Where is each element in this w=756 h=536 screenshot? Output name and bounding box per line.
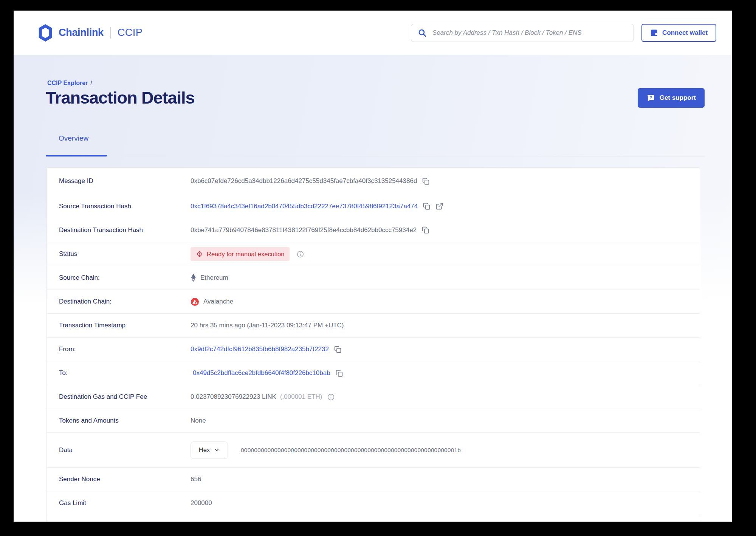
source-tx-hash-link[interactable]: 0xc1f69378a4c343ef16ad2b0470455db3cd2222…: [191, 203, 418, 210]
table-row-tokens: Tokens and Amounts None: [47, 409, 700, 432]
table-row-dest-chain: Destination Chain: Avalanche: [47, 290, 700, 313]
table-row-to: To: 0x49d5c2bdffac6ce2bfdb6640f4f80f226b…: [47, 361, 700, 385]
row-label: From:: [59, 345, 191, 353]
tab-overview[interactable]: Overview: [59, 134, 88, 143]
from-address-link[interactable]: 0x9df2c742dfcf9612b835fb6b8f982a235b7f22…: [191, 345, 329, 353]
row-label: Destination Gas and CCIP Fee: [59, 393, 191, 401]
destination-chain: Avalanche: [191, 297, 233, 306]
message-id-value: 0xb6c07efde726cd5a34dbb1226a6d4275c55d34…: [191, 177, 417, 185]
search-icon: [418, 28, 427, 37]
breadcrumb: CCIP Explorer/: [47, 80, 92, 87]
get-support-button[interactable]: ? Get support: [638, 88, 705, 108]
row-label: Message ID: [59, 177, 191, 185]
app-header: Chainlink CCIP Connect wallet: [14, 11, 732, 55]
row-label: To:: [59, 369, 191, 377]
chainlink-logo-icon: [38, 24, 53, 42]
fee-value: 0.023708923076922923 LINK: [191, 393, 276, 401]
info-icon[interactable]: [327, 393, 335, 401]
question-bubble-icon: ?: [646, 94, 655, 102]
row-label: Destination Transaction Hash: [59, 226, 191, 234]
table-row-data: Data Hex 0000000000000000000000000000000…: [47, 432, 700, 467]
info-icon[interactable]: [297, 251, 304, 258]
copy-icon[interactable]: [334, 345, 342, 353]
table-row-timestamp: Transaction Timestamp 20 hrs 35 mins ago…: [47, 313, 700, 337]
data-hex-value: 0000000000000000000000000000000000000000…: [241, 447, 461, 454]
row-label: Data: [59, 446, 191, 454]
main-content: CCIP Explorer/ Transaction Details ? Get…: [14, 55, 732, 522]
page-title: Transaction Details: [46, 88, 195, 108]
copy-icon[interactable]: [421, 226, 429, 234]
table-row-status: Status Ready for manual execution: [47, 242, 700, 266]
source-chain: Ethereum: [191, 273, 228, 282]
to-address-link[interactable]: 0x49d5c2bdffac6ce2bfdb6640f4f80f226bc10b…: [193, 369, 330, 377]
source-chain-name: Ethereum: [200, 274, 228, 282]
copy-icon[interactable]: [422, 177, 430, 185]
connect-wallet-button[interactable]: Connect wallet: [641, 24, 716, 42]
sender-nonce-value: 656: [191, 476, 201, 483]
table-row-from: From: 0x9df2c742dfcf9612b835fb6b8f982a23…: [47, 337, 700, 361]
screenshot-canvas: Chainlink CCIP Connect wallet: [0, 0, 756, 536]
tokens-value: None: [191, 417, 206, 424]
table-row-fee: Destination Gas and CCIP Fee 0.023708923…: [47, 385, 700, 409]
search-input[interactable]: [432, 29, 627, 37]
fee-eth-equivalent: (.000001 ETH): [280, 393, 322, 401]
row-label: Destination Chain:: [59, 298, 191, 305]
status-badge: Ready for manual execution: [191, 247, 290, 261]
row-label: Gas Limit: [59, 499, 191, 507]
data-format-dropdown[interactable]: Hex: [191, 442, 228, 459]
chevron-down-icon: [214, 447, 220, 453]
timestamp-value: 20 hrs 35 mins ago (Jan-11-2023 09:13:47…: [191, 322, 344, 329]
status-badge-label: Ready for manual execution: [207, 251, 284, 258]
copy-icon[interactable]: [423, 202, 431, 210]
breadcrumb-separator: /: [90, 80, 92, 86]
gas-limit-value: 200000: [191, 499, 212, 507]
avalanche-icon: [191, 297, 199, 306]
ethereum-icon: [191, 273, 196, 282]
table-row-source-chain: Source Chain: Ethereum: [47, 266, 700, 290]
row-label: Tokens and Amounts: [59, 417, 191, 424]
tab-active-indicator: [46, 155, 107, 156]
transaction-details-card: Message ID 0xb6c07efde726cd5a34dbb1226a6…: [46, 167, 700, 522]
row-label: Transaction Timestamp: [59, 322, 191, 329]
table-row-message-id: Message ID 0xb6c07efde726cd5a34dbb1226a6…: [47, 168, 700, 194]
dest-tx-hash-value: 0xbe741a779b9407846e837811f438122f769f25…: [191, 226, 417, 234]
table-row-partial: [47, 515, 700, 522]
table-row-dest-tx-hash: Destination Transaction Hash 0xbe741a779…: [47, 218, 700, 242]
table-row-gas-limit: Gas Limit 200000: [47, 491, 700, 515]
svg-text:?: ?: [649, 95, 652, 99]
breadcrumb-link-ccip-explorer[interactable]: CCIP Explorer: [47, 80, 88, 86]
get-support-label: Get support: [660, 94, 696, 102]
destination-chain-name: Avalanche: [203, 298, 233, 305]
brand-name: Chainlink: [59, 27, 104, 39]
brand-divider: [110, 27, 111, 39]
data-format-selected: Hex: [199, 446, 210, 454]
row-label: Source Transaction Hash: [59, 203, 191, 210]
row-label: Status: [59, 250, 191, 258]
table-row-source-tx-hash: Source Transaction Hash 0xc1f69378a4c343…: [47, 194, 700, 218]
app-window: Chainlink CCIP Connect wallet: [14, 11, 732, 522]
wallet-icon: [650, 29, 658, 37]
table-row-sender-nonce: Sender Nonce 656: [47, 467, 700, 491]
row-label: Source Chain:: [59, 274, 191, 282]
alert-diamond-icon: [196, 250, 203, 258]
connect-wallet-label: Connect wallet: [662, 29, 708, 37]
external-link-icon[interactable]: [435, 202, 443, 210]
brand-product: CCIP: [118, 27, 143, 39]
copy-icon[interactable]: [335, 369, 343, 377]
header-right: Connect wallet: [411, 24, 716, 42]
search-bar[interactable]: [411, 24, 634, 42]
row-label: Sender Nonce: [59, 476, 191, 483]
brand[interactable]: Chainlink CCIP: [38, 24, 143, 42]
tab-rule: [46, 156, 705, 156]
